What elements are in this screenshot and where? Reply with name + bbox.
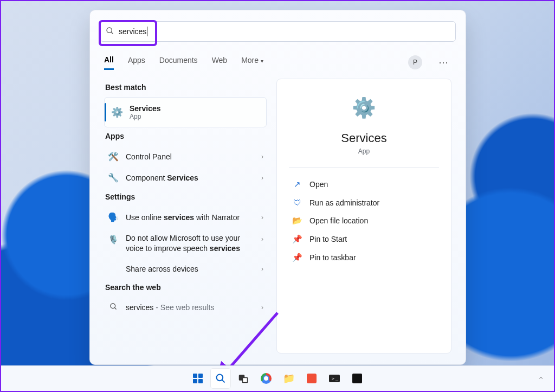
screenshot-border	[0, 0, 555, 392]
